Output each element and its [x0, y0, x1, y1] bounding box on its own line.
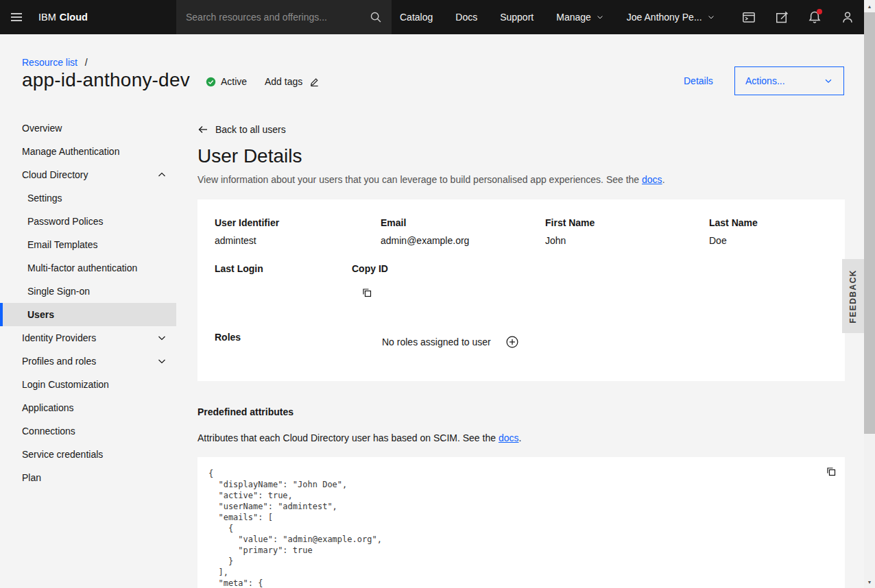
sidebar-item-settings[interactable]: Settings	[0, 186, 176, 210]
actions-dropdown[interactable]: Actions...	[734, 66, 844, 95]
add-tags-button[interactable]: Add tags	[265, 76, 320, 87]
sidebar-item-label: Email Templates	[27, 239, 97, 250]
copy-code-button[interactable]	[826, 466, 837, 477]
brand-bold: Cloud	[60, 12, 88, 23]
nav-manage[interactable]: Manage	[556, 12, 604, 23]
user-details-description: View information about your users that y…	[197, 174, 665, 185]
field-value-last-name: Doe	[709, 235, 727, 246]
sidebar-item-identity-providers[interactable]: Identity Providers	[0, 326, 176, 350]
notification-dot	[817, 9, 822, 14]
main-content: Back to all users User Details View info…	[197, 117, 845, 588]
status-label: Active	[221, 76, 247, 87]
cloud-shell-button[interactable]	[732, 0, 765, 34]
cloud-shell-icon	[742, 10, 756, 24]
sidebar-item-password-polices[interactable]: Password Polices	[0, 210, 176, 233]
scrollbar-thumb[interactable]	[864, 12, 875, 434]
search-input[interactable]	[186, 12, 370, 23]
sidebar-item-single-sign-on[interactable]: Single Sign-on	[0, 280, 176, 303]
description-text: Attributes that each Cloud Directory use…	[197, 432, 499, 443]
nav-catalog[interactable]: Catalog	[400, 12, 433, 23]
field-label-copy-id: Copy ID	[352, 263, 388, 274]
scroll-up-arrow[interactable]: ▲	[864, 1, 875, 12]
scim-attributes-code-block: { "displayName": "John Doe", "active": t…	[197, 457, 845, 588]
sidebar-item-cloud-directory[interactable]: Cloud Directory	[0, 163, 176, 186]
sidebar-item-label: Service credentials	[22, 449, 103, 460]
profile-button[interactable]	[831, 0, 864, 34]
sidebar-item-plan[interactable]: Plan	[0, 466, 176, 489]
hamburger-menu-button[interactable]	[0, 0, 33, 34]
sidebar-item-label: Identity Providers	[22, 332, 96, 343]
user-details-heading: User Details	[197, 145, 302, 167]
field-label-email: Email	[381, 217, 406, 228]
back-link-label: Back to all users	[215, 124, 286, 135]
sidebar-item-multi-factor-authentication[interactable]: Multi-factor authentication	[0, 256, 176, 280]
ibm-cloud-logo[interactable]: IBM Cloud	[38, 0, 88, 34]
field-value-first-name: John	[545, 235, 566, 246]
sidebar-item-label: Login Customization	[22, 379, 109, 390]
top-header: IBM Cloud Catalog Docs Support Manage Jo…	[0, 0, 875, 34]
sidebar-item-service-credentials[interactable]: Service credentials	[0, 443, 176, 466]
account-name: Joe Anthony Pe...	[627, 12, 702, 23]
field-value-email: admin@example.org	[381, 235, 469, 246]
sidebar-item-label: Single Sign-on	[27, 286, 90, 297]
sidebar-item-label: Password Polices	[27, 216, 104, 227]
brand-prefix: IBM	[38, 12, 56, 23]
nav-support[interactable]: Support	[500, 12, 534, 23]
sidebar-item-manage-authentication[interactable]: Manage Authentication	[0, 140, 176, 163]
scroll-down-arrow[interactable]: ▼	[864, 576, 875, 587]
field-value-user-identifier: admintest	[215, 235, 256, 246]
sidebar-item-label: Cloud Directory	[22, 169, 88, 180]
back-to-all-users-link[interactable]: Back to all users	[197, 124, 286, 135]
description-text: View information about your users that y…	[197, 174, 642, 185]
copy-id-button[interactable]	[361, 287, 372, 298]
docs-link[interactable]: docs	[642, 174, 662, 185]
sidebar-item-applications[interactable]: Applications	[0, 396, 176, 419]
sidebar-item-login-customization[interactable]: Login Customization	[0, 373, 176, 396]
add-role-button[interactable]	[506, 336, 518, 348]
notifications-button[interactable]	[798, 0, 831, 34]
global-search[interactable]	[176, 0, 392, 34]
sidebar-item-label: Settings	[27, 193, 62, 204]
side-navigation: Overview Manage Authentication Cloud Dir…	[0, 117, 176, 489]
sidebar-item-label: Manage Authentication	[22, 146, 119, 157]
sidebar-item-label: Multi-factor authentication	[27, 262, 137, 273]
predefined-attributes-heading: Predefined attributes	[197, 406, 293, 417]
edit-icon	[775, 10, 789, 24]
sidebar-item-overview[interactable]: Overview	[0, 117, 176, 140]
chevron-up-icon	[156, 169, 167, 180]
add-tags-label: Add tags	[265, 76, 302, 87]
chevron-down-icon	[596, 13, 604, 21]
sidebar-item-label: Profiles and roles	[22, 356, 96, 367]
feedback-label: FEEDBACK	[848, 269, 858, 323]
sidebar-item-label: Applications	[22, 402, 74, 413]
breadcrumb: Resource list /	[22, 57, 88, 68]
sidebar-item-profiles-and-roles[interactable]: Profiles and roles	[0, 350, 176, 373]
sidebar-item-label: Connections	[22, 426, 75, 437]
user-info-card: User Identifier Email First Name Last Na…	[197, 199, 845, 381]
sidebar-item-users[interactable]: Users	[0, 303, 176, 326]
breadcrumb-resource-list-link[interactable]: Resource list	[22, 57, 77, 68]
docs-link[interactable]: docs	[499, 432, 519, 443]
sidebar-item-email-templates[interactable]: Email Templates	[0, 233, 176, 256]
details-link[interactable]: Details	[684, 75, 713, 86]
field-label-user-identifier: User Identifier	[215, 217, 279, 228]
feedback-tab[interactable]: FEEDBACK	[842, 259, 864, 333]
field-label-first-name: First Name	[545, 217, 595, 228]
header-nav: Catalog Docs Support Manage Joe Anthony …	[400, 0, 715, 34]
vertical-scrollbar[interactable]: ▲ ▼	[864, 0, 875, 588]
account-menu[interactable]: Joe Anthony Pe...	[627, 12, 715, 23]
active-check-icon	[206, 77, 216, 87]
roles-empty-row: No roles assigned to user	[382, 336, 518, 348]
search-icon[interactable]	[370, 11, 382, 23]
doc-feedback-button[interactable]	[765, 0, 798, 34]
arrow-left-icon	[197, 124, 208, 135]
profile-icon	[841, 10, 854, 24]
chevron-down-icon	[156, 332, 167, 343]
add-circle-icon	[506, 336, 518, 348]
nav-docs[interactable]: Docs	[455, 12, 477, 23]
description-period: .	[518, 432, 521, 443]
chevron-down-icon	[156, 356, 167, 367]
sidebar-item-connections[interactable]: Connections	[0, 419, 176, 443]
page-title: app-id-anthony-dev	[22, 69, 190, 91]
status-badge: Active	[206, 76, 247, 87]
